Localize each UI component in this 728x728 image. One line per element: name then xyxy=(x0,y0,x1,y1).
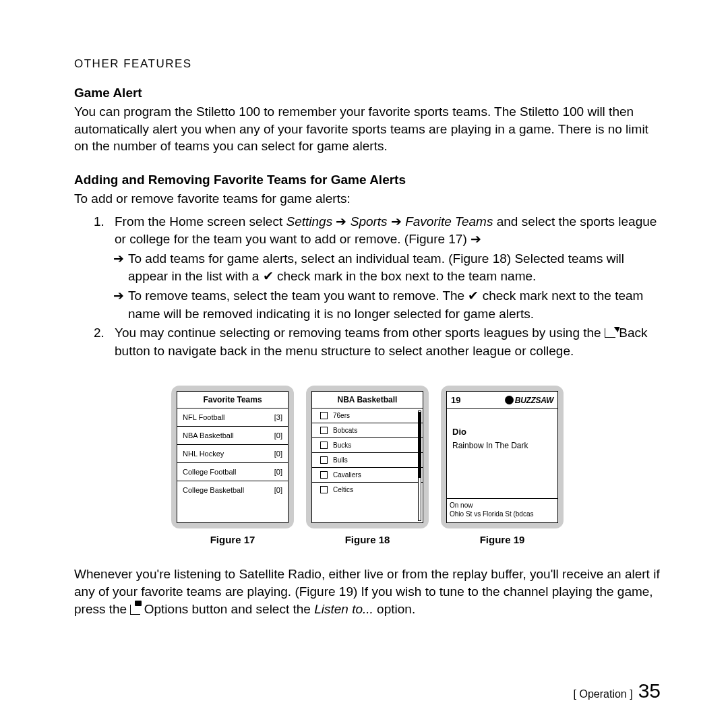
settings-path: Settings xyxy=(286,214,332,229)
league-row: NFL Football[3] xyxy=(177,408,288,427)
screen-title: NBA Basketball xyxy=(312,392,423,408)
league-row: College Basketball[0] xyxy=(177,481,288,499)
figure-17: Favorite Teams NFL Football[3] NBA Baske… xyxy=(171,386,294,545)
checkbox-icon xyxy=(320,427,328,434)
arrow-icon: ➔ xyxy=(113,287,124,323)
team-row: Bobcats xyxy=(312,423,423,438)
team-row: Bucks xyxy=(312,438,423,453)
alert-game: Ohio St vs Florida St (bdcas xyxy=(450,510,555,519)
step-2: You may continue selecting or removing t… xyxy=(108,324,661,360)
figure-19: 19 BUZZSAW Dio Rainbow In The Dark On no… xyxy=(441,386,564,545)
back-icon xyxy=(605,328,615,338)
step1-bullet2: ➔ To remove teams, select the team you w… xyxy=(115,287,661,323)
checkbox-icon xyxy=(320,486,328,493)
arrow-icon: ➔ xyxy=(336,214,346,229)
device-screen: NBA Basketball 76ers Bobcats Bucks Bulls… xyxy=(306,386,429,528)
arrow-icon: ➔ xyxy=(113,250,124,286)
step2-text-a: You may continue selecting or removing t… xyxy=(115,326,605,340)
now-playing-body: Dio Rainbow In The Dark xyxy=(447,409,557,499)
league-row: College Football[0] xyxy=(177,463,288,481)
bullet-text: To add teams for game alerts, select an … xyxy=(128,250,661,286)
channel-brand: BUZZSAW xyxy=(505,396,553,405)
team-row: 76ers xyxy=(312,408,423,423)
step1-text-a: From the Home screen select xyxy=(115,214,286,229)
game-alert-body: You can program the Stiletto 100 to reme… xyxy=(74,103,661,155)
league-row: NHL Hockey[0] xyxy=(177,445,288,463)
step1-bullet1: ➔ To add teams for game alerts, select a… xyxy=(115,250,661,286)
figures-row: Favorite Teams NFL Football[3] NBA Baske… xyxy=(74,386,661,545)
team-row: Bulls xyxy=(312,453,423,468)
favteams-path: Favorite Teams xyxy=(405,214,493,229)
closing-paragraph: Whenever you're listening to Satellite R… xyxy=(74,566,661,617)
add-remove-intro: To add or remove favorite teams for game… xyxy=(74,190,661,208)
figure-18: NBA Basketball 76ers Bobcats Bucks Bulls… xyxy=(306,386,429,545)
arrow-icon: ➔ xyxy=(391,214,402,229)
alert-status: On now xyxy=(450,502,555,510)
device-screen: Favorite Teams NFL Football[3] NBA Baske… xyxy=(171,386,294,528)
figure-caption: Figure 19 xyxy=(441,534,564,545)
bullet-text: To remove teams, select the team you wan… xyxy=(128,287,661,323)
steps-list: From the Home screen select Settings ➔ S… xyxy=(108,213,661,361)
add-remove-heading: Adding and Removing Favorite Teams for G… xyxy=(74,173,661,187)
footer-section-label: Operation xyxy=(574,688,633,700)
channel-number: 19 xyxy=(451,395,460,405)
track-name: Rainbow In The Dark xyxy=(452,441,552,450)
checkbox-icon xyxy=(320,471,328,479)
sports-path: Sports xyxy=(351,214,388,229)
scrollbar xyxy=(418,411,421,521)
artist-name: Dio xyxy=(452,427,552,437)
team-row: Cavaliers xyxy=(312,468,423,483)
listen-to-option: Listen to... xyxy=(314,602,373,616)
options-icon xyxy=(130,605,140,615)
now-playing-header: 19 BUZZSAW xyxy=(447,392,557,409)
page-footer: Operation 35 xyxy=(574,679,661,702)
checkbox-icon xyxy=(320,456,328,464)
alert-banner: On now Ohio St vs Florida St (bdcas xyxy=(447,499,557,522)
figure-caption: Figure 17 xyxy=(171,534,294,545)
device-screen: 19 BUZZSAW Dio Rainbow In The Dark On no… xyxy=(441,386,564,528)
step-1: From the Home screen select Settings ➔ S… xyxy=(108,213,661,324)
checkbox-icon xyxy=(320,412,328,419)
league-row: NBA Basketball[0] xyxy=(177,427,288,445)
gear-icon xyxy=(505,396,514,404)
figure-caption: Figure 18 xyxy=(306,534,429,545)
page-number: 35 xyxy=(638,679,661,702)
game-alert-heading: Game Alert xyxy=(74,86,661,100)
team-row: Celtics xyxy=(312,483,423,497)
section-header: OTHER FEATURES xyxy=(74,57,661,71)
screen-title: Favorite Teams xyxy=(177,392,288,408)
arrow-icon: ➔ xyxy=(471,232,481,246)
checkbox-icon xyxy=(320,442,328,449)
